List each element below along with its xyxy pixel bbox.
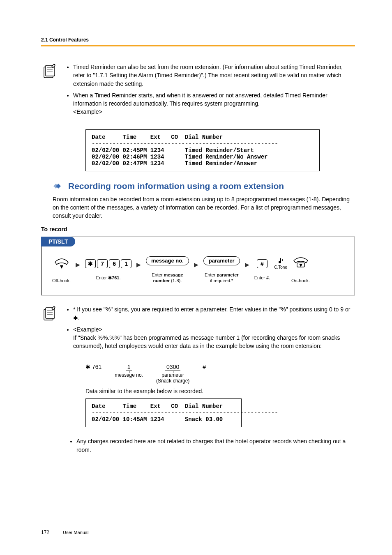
caption-offhook: Off-hook. [52, 278, 71, 283]
arrow-icon: ▶ [75, 261, 81, 268]
svg-point-16 [54, 306, 55, 308]
note2-item1: * If you see "%" signs, you are required… [73, 305, 355, 322]
svg-point-5 [54, 64, 55, 65]
log-example-2: Date Time Ext CO Dial Number -----------… [85, 398, 242, 427]
key-7: 7 [97, 259, 108, 268]
note3-item: Any charges recorded here are not relate… [76, 437, 355, 454]
log-example-1: Date Time Ext CO Dial Number -----------… [85, 129, 320, 171]
footer-label: User Manual [63, 530, 88, 535]
notepad-icon [41, 305, 58, 353]
note1-item1: Timed Reminder can also be set from the … [73, 63, 355, 88]
example-breakdown: ✱ 761 1 message no. 0300 parameter (Snac… [85, 364, 355, 384]
key-message-no: message no. [146, 256, 189, 265]
key-1: 1 [121, 259, 131, 268]
example-hash: # [203, 364, 206, 371]
section-intro: Room information can be recorded from a … [53, 195, 355, 220]
keys-761: ✱ 7 6 1 [85, 259, 131, 268]
diamond-bullet-icon [53, 183, 64, 189]
section-path: 2.1 Control Features [41, 37, 355, 43]
caption-parameter: Enter parameter if required.* [205, 272, 239, 284]
section-heading: Recording room information using a room … [68, 181, 284, 191]
caption-onhook: On-hook. [291, 278, 310, 283]
caption-message-no: Enter message number (1-8). [152, 272, 183, 284]
svg-marker-8 [60, 265, 63, 269]
onhook-icon [292, 256, 309, 271]
key-hash: # [257, 259, 267, 268]
procedure-tab: PT/SLT [41, 237, 75, 246]
notes-block-3: Any charges recorded here are not relate… [69, 437, 355, 457]
notepad-icon [41, 63, 58, 120]
key-star: ✱ [85, 259, 96, 268]
example-param-label: parameter [161, 372, 184, 378]
example-msg-val: 1 [126, 364, 132, 371]
header-rule [41, 45, 355, 46]
note2-postline: Data similar to the example below is rec… [85, 388, 355, 394]
procedure-box: PT/SLT Off-hook. ▶ ✱ 7 6 1 [41, 237, 355, 296]
example-msg-label: message no. [115, 372, 143, 378]
offhook-icon [53, 256, 70, 271]
arrow-icon: ▶ [193, 261, 199, 268]
key-parameter: parameter [203, 256, 240, 265]
arrow-icon: ▶ [244, 261, 250, 268]
notes-block-1: Timed Reminder can also be set from the … [41, 63, 355, 120]
arrow-icon: ▶ [136, 261, 142, 268]
page-number: 172 [41, 530, 49, 535]
note1-item2: When a Timed Reminder starts, and when i… [73, 91, 355, 116]
key-6: 6 [109, 259, 120, 268]
svg-marker-7 [53, 184, 58, 189]
caption-hash: Enter #. [254, 275, 270, 281]
page-footer: 172 User Manual [41, 530, 88, 535]
note2-item2: <Example> If "Snack %%.%%" has been prog… [73, 325, 355, 350]
notes-block-2: * If you see "%" signs, you are required… [41, 305, 355, 353]
ctone-icon: C.Tone [274, 256, 287, 269]
subheading-to-record: To record [41, 226, 355, 233]
caption-enter761: Enter ✱761. [96, 275, 121, 281]
example-param-val: 0300 [165, 364, 180, 371]
example-param-sublabel: (Snack charge) [156, 378, 189, 384]
example-prefix: ✱ 761 [85, 364, 101, 371]
